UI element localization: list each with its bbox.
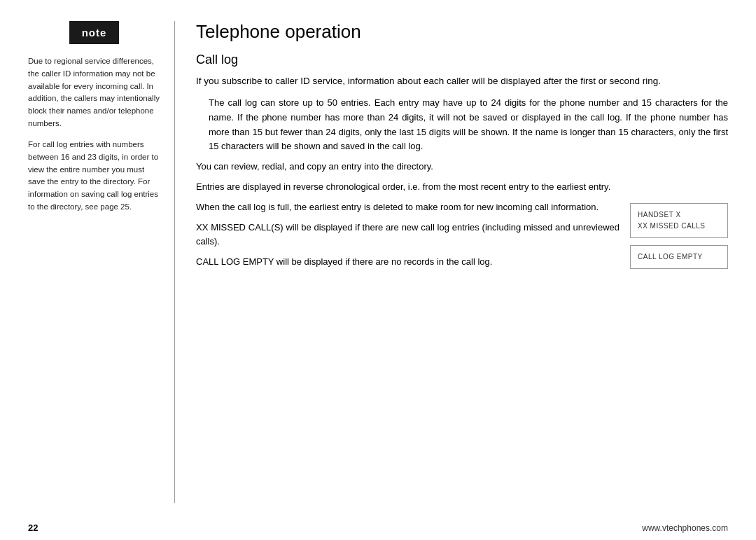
device-displays: HANDSET X XX MISSED CALLS CALL LOG EMPTY bbox=[630, 203, 728, 269]
page-title: Telephone operation bbox=[196, 21, 728, 43]
display-box-call-log-empty: CALL LOG EMPTY bbox=[630, 245, 728, 269]
footer: 22 www.vtechphones.com bbox=[0, 517, 756, 540]
page-number: 22 bbox=[28, 522, 38, 533]
display-line-1b: XX MISSED CALLS bbox=[638, 221, 720, 232]
footer-url: www.vtechphones.com bbox=[642, 523, 728, 533]
display-box-missed-calls: HANDSET X XX MISSED CALLS bbox=[630, 203, 728, 238]
section-title: Call log bbox=[196, 53, 728, 67]
display-line-2a: CALL LOG EMPTY bbox=[638, 251, 720, 263]
body-paragraph-1: You can review, redial, and copy an entr… bbox=[196, 160, 728, 174]
sidebar: note Due to regional service differences… bbox=[28, 21, 175, 503]
display-line-1a: HANDSET X bbox=[638, 209, 720, 221]
body-paragraph-0: The call log can store up to 50 entries.… bbox=[196, 96, 728, 154]
note-label: note bbox=[82, 27, 107, 39]
sidebar-paragraph2: For call log entries with numbers betwee… bbox=[28, 140, 158, 211]
note-box: note bbox=[69, 21, 120, 44]
sidebar-note-text2: For call log entries with numbers betwee… bbox=[28, 139, 160, 214]
sidebar-note-text1: Due to regional service differences, the… bbox=[28, 55, 160, 130]
sidebar-paragraph1: Due to regional service differences, the… bbox=[28, 57, 160, 127]
intro-paragraph: If you subscribe to caller ID service, i… bbox=[196, 74, 728, 89]
body-paragraph-2: Entries are displayed in reverse chronol… bbox=[196, 180, 728, 195]
page: note Due to regional service differences… bbox=[0, 0, 756, 540]
